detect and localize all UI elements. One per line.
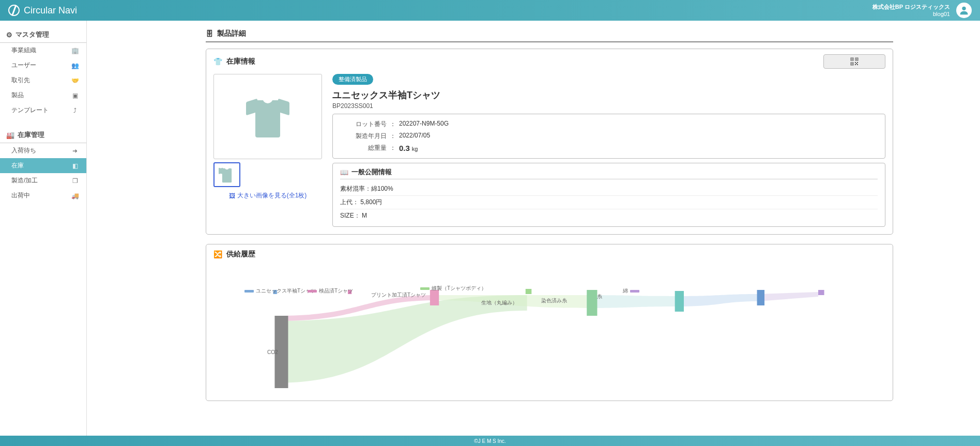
meta-unit: kg xyxy=(410,146,418,152)
svg-rect-7 xyxy=(855,62,856,63)
avatar[interactable] xyxy=(956,3,972,18)
sidebar-item-template[interactable]: テンプレート ⤴ xyxy=(0,103,86,118)
tshirt-shape xyxy=(242,91,294,143)
app-name: Circular Navi xyxy=(24,5,77,16)
status-badge: 整備済製品 xyxy=(332,74,373,85)
sidebar-item-awaiting[interactable]: 入荷待ち ➜ xyxy=(0,143,86,158)
sankey-node-label: 綿 xyxy=(623,288,628,294)
svg-rect-14 xyxy=(430,290,439,305)
sankey-node-label: ユニセックス半袖Tシャツ xyxy=(256,288,316,294)
sankey-node-label: 縫製（Tシャツボディ） xyxy=(432,285,486,291)
sidebar-item-partner[interactable]: 取引先 🤝 xyxy=(0,73,86,88)
company-name: 株式会社BP ロジスティックス xyxy=(872,3,950,10)
sidebar-item-organization[interactable]: 事業組織 🏢 xyxy=(0,43,86,58)
stock-panel: 👕 在庫情報 xyxy=(206,49,893,235)
supply-panel-title: 🔀 供給履歴 xyxy=(213,250,885,259)
sidebar-item-label: ユーザー xyxy=(11,61,36,70)
sidebar-item-user[interactable]: ユーザー 👥 xyxy=(0,58,86,73)
handshake-icon: 🤝 xyxy=(71,77,79,84)
user-name: blog01 xyxy=(872,10,950,18)
box-icon: ▣ xyxy=(71,92,79,99)
sidebar-item-label: 製造/加工 xyxy=(11,176,38,185)
public-info-title-label: 一般公開情報 xyxy=(351,167,392,177)
logo-area[interactable]: Circular Navi xyxy=(8,5,77,16)
sidebar-item-manufacture[interactable]: 製造/加工 ❐ xyxy=(0,173,86,188)
meta-label: 総重量 xyxy=(340,144,387,152)
stock-panel-title: 👕 在庫情報 xyxy=(213,57,255,66)
product-title: ユニセックス半袖Tシャツ xyxy=(332,89,885,101)
public-info-title: 📖 一般公開情報 xyxy=(340,167,878,179)
sidebar-group-title-label: マスタ管理 xyxy=(16,30,49,39)
sidebar-item-label: テンプレート xyxy=(11,106,49,115)
tshirt-icon: 👕 xyxy=(213,57,222,66)
public-row: SIZE： M xyxy=(340,209,878,222)
sidebar-item-label: 事業組織 xyxy=(11,46,36,55)
users-icon: 👥 xyxy=(71,62,79,69)
share-icon: ⤴ xyxy=(71,107,79,114)
meta-value: 2022/07/05 xyxy=(399,132,430,141)
truck-icon: 🚚 xyxy=(71,192,79,199)
page-title: 🗄 製品詳細 xyxy=(206,26,893,42)
copy-icon: ❐ xyxy=(71,177,79,184)
svg-rect-15 xyxy=(526,289,532,294)
sankey-node-label: CO2 xyxy=(267,349,278,355)
sidebar-item-stock[interactable]: 在庫 ◧ xyxy=(0,158,86,173)
sankey-node-label: 染色済み糸 xyxy=(541,298,567,303)
content-area: 🗄 製品詳細 👕 在庫情報 xyxy=(87,21,980,436)
sidebar-group-title-label: 在庫管理 xyxy=(18,130,44,140)
sidebar-item-label: 取引先 xyxy=(11,76,30,85)
sidebar-item-label: 出荷中 xyxy=(11,191,30,200)
qr-button[interactable] xyxy=(823,54,885,69)
svg-rect-10 xyxy=(855,64,856,65)
svg-rect-17 xyxy=(675,291,684,312)
user-icon xyxy=(958,5,970,16)
svg-rect-8 xyxy=(857,62,858,63)
svg-rect-9 xyxy=(856,63,857,64)
stock-panel-title-label: 在庫情報 xyxy=(226,57,255,66)
svg-rect-6 xyxy=(852,64,853,65)
detail-column: 整備済製品 ユニセックス半袖Tシャツ BP2023SS001 ロット番号 ： 2… xyxy=(332,74,885,227)
detail-icon: 🗄 xyxy=(206,29,213,38)
public-row: 素材混率：綿100% xyxy=(340,182,878,196)
view-large-link[interactable]: 🖼 大きい画像を見る(全1枚) xyxy=(213,191,322,200)
logo-icon xyxy=(8,5,20,16)
building-icon: 🏢 xyxy=(71,47,79,54)
sankey-node-label: プリント加工済Tシャツ xyxy=(371,292,426,298)
footer: ©J E M S Inc. xyxy=(0,436,980,446)
meta-value: 0.3 xyxy=(399,144,410,152)
sidebar-item-shipping[interactable]: 出荷中 🚚 xyxy=(0,188,86,203)
qr-icon xyxy=(850,57,859,66)
product-thumbnail[interactable] xyxy=(213,162,240,187)
svg-rect-19 xyxy=(818,290,824,295)
image-icon: 🖼 xyxy=(229,192,235,199)
view-large-label: 大きい画像を見る(全1枚) xyxy=(237,191,307,200)
meta-row-lot: ロット番号 ： 202207-N9M-50G xyxy=(340,118,878,130)
sankey-node-label: 糸 xyxy=(597,294,602,299)
gear-icon: ⚙ xyxy=(6,31,12,39)
svg-rect-16 xyxy=(587,290,597,316)
meta-value: 202207-N9M-50G xyxy=(399,120,449,129)
sidebar-item-label: 入荷待ち xyxy=(11,146,36,155)
svg-rect-2 xyxy=(852,59,853,60)
sankey-node-label: 検品済Tシャツ xyxy=(319,288,353,294)
sankey-svg xyxy=(213,259,885,393)
header-right: 株式会社BP ロジスティックス blog01 xyxy=(872,3,972,18)
sidebar: ⚙ マスタ管理 事業組織 🏢 ユーザー 👥 取引先 🤝 製品 ▣ テンプレート … xyxy=(0,21,87,436)
app-header: Circular Navi 株式会社BP ロジスティックス blog01 xyxy=(0,0,980,21)
product-image-main[interactable] xyxy=(213,74,322,159)
user-block: 株式会社BP ロジスティックス blog01 xyxy=(872,3,950,18)
login-icon: ➜ xyxy=(71,147,79,155)
meta-row-weight: 総重量 ： 0.3 kg xyxy=(340,142,878,154)
svg-rect-18 xyxy=(757,290,764,305)
meta-label: ロット番号 xyxy=(340,120,387,129)
meta-box: ロット番号 ： 202207-N9M-50G 製造年月日 ： 2022/07/0… xyxy=(332,114,885,159)
sidebar-item-label: 製品 xyxy=(11,91,24,100)
supply-panel: 🔀 供給履歴 xyxy=(206,244,893,401)
svg-point-0 xyxy=(962,7,966,10)
warehouse-icon: 🏭 xyxy=(6,131,14,139)
sidebar-item-product[interactable]: 製品 ▣ xyxy=(0,88,86,103)
public-row: 上代： 5,800円 xyxy=(340,196,878,209)
sidebar-group-master: ⚙ マスタ管理 xyxy=(0,27,86,43)
svg-rect-4 xyxy=(856,59,858,60)
sankey-node-label: 生地（丸編み） xyxy=(481,300,517,305)
